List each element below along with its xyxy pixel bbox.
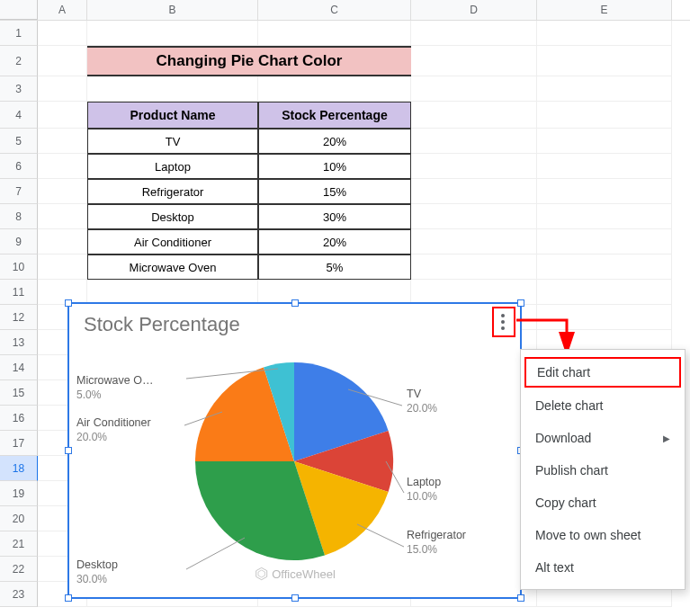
row-header[interactable]: 11	[0, 280, 38, 305]
row-header[interactable]: 14	[0, 355, 38, 380]
cell[interactable]	[38, 179, 87, 204]
table-cell[interactable]: 20%	[258, 129, 411, 154]
col-header-b[interactable]: B	[87, 0, 258, 20]
row-header[interactable]: 18	[0, 456, 38, 481]
menu-copy-chart[interactable]: Copy chart	[521, 487, 685, 519]
table-cell[interactable]: Laptop	[87, 154, 258, 179]
cell[interactable]	[38, 280, 87, 305]
corner-cell[interactable]	[0, 0, 38, 20]
cell[interactable]	[38, 154, 87, 179]
row-header[interactable]: 3	[0, 76, 38, 102]
cell[interactable]	[411, 204, 537, 229]
cell[interactable]	[537, 46, 672, 76]
cell[interactable]	[537, 305, 672, 330]
cell[interactable]	[38, 46, 87, 76]
cell[interactable]	[38, 76, 87, 102]
cell[interactable]	[411, 46, 537, 76]
cell[interactable]	[537, 21, 672, 46]
cell[interactable]	[537, 76, 672, 102]
cell[interactable]	[411, 179, 537, 204]
row-header[interactable]: 1	[0, 21, 38, 46]
cell[interactable]	[537, 154, 672, 179]
slice-label-microwave: Microwave O…5.0%	[76, 374, 153, 402]
resize-handle[interactable]	[517, 299, 524, 307]
resize-handle[interactable]	[291, 299, 299, 307]
row-header[interactable]: 19	[0, 481, 38, 506]
cell[interactable]	[537, 179, 672, 204]
col-header-e[interactable]: E	[537, 0, 672, 20]
chart-options-button[interactable]	[493, 308, 513, 335]
cell[interactable]	[258, 280, 411, 305]
table-cell[interactable]: Microwave Oven	[87, 254, 258, 280]
row-header[interactable]: 16	[0, 406, 38, 431]
cell[interactable]	[537, 129, 672, 154]
table-cell[interactable]: Air Conditioner	[87, 229, 258, 254]
resize-handle[interactable]	[65, 594, 72, 602]
cell[interactable]	[258, 21, 411, 46]
menu-download[interactable]: Download ▶	[521, 422, 685, 454]
col-header-d[interactable]: D	[411, 0, 537, 20]
table-cell[interactable]: 10%	[258, 154, 411, 179]
menu-delete-chart[interactable]: Delete chart	[521, 389, 685, 422]
table-header-stock[interactable]: Stock Percentage	[258, 102, 411, 129]
menu-alt-text[interactable]: Alt text	[521, 551, 685, 584]
cell[interactable]	[87, 76, 258, 102]
row-header[interactable]: 17	[0, 431, 38, 456]
col-header-a[interactable]: A	[38, 0, 87, 20]
table-cell[interactable]: 20%	[258, 229, 411, 254]
cell[interactable]	[38, 229, 87, 254]
cell[interactable]	[537, 280, 672, 305]
menu-move-sheet[interactable]: Move to own sheet	[521, 519, 685, 551]
row-header[interactable]: 13	[0, 330, 38, 355]
table-cell[interactable]: TV	[87, 129, 258, 154]
cell[interactable]	[537, 102, 672, 129]
table-header-product[interactable]: Product Name	[87, 102, 258, 129]
title-cell[interactable]: Changing Pie Chart Color	[87, 46, 411, 76]
menu-publish-chart[interactable]: Publish chart	[521, 454, 685, 487]
resize-handle[interactable]	[65, 299, 72, 307]
cell[interactable]	[411, 254, 537, 280]
col-header-c[interactable]: C	[258, 0, 411, 20]
cell[interactable]	[38, 254, 87, 280]
table-cell[interactable]: 15%	[258, 179, 411, 204]
table-cell[interactable]: Refrigerator	[87, 179, 258, 204]
cell[interactable]	[38, 129, 87, 154]
row-header[interactable]: 2	[0, 46, 38, 76]
cell[interactable]	[38, 102, 87, 129]
cell[interactable]	[38, 21, 87, 46]
cell[interactable]	[411, 229, 537, 254]
row-header[interactable]: 9	[0, 229, 38, 254]
cell[interactable]	[38, 204, 87, 229]
cell[interactable]	[537, 254, 672, 280]
row-header[interactable]: 10	[0, 254, 38, 280]
cell[interactable]	[411, 129, 537, 154]
row-header[interactable]: 20	[0, 506, 38, 531]
row-header[interactable]: 12	[0, 305, 38, 330]
row-header[interactable]: 7	[0, 179, 38, 204]
chart-context-menu: Edit chart Delete chart Download ▶ Publi…	[520, 349, 686, 590]
cell[interactable]	[411, 21, 537, 46]
table-cell[interactable]: 30%	[258, 204, 411, 229]
cell[interactable]	[411, 76, 537, 102]
row-header[interactable]: 21	[0, 531, 38, 557]
table-cell[interactable]: Desktop	[87, 204, 258, 229]
cell[interactable]	[411, 154, 537, 179]
resize-handle[interactable]	[517, 594, 524, 602]
menu-edit-chart[interactable]: Edit chart	[524, 357, 681, 388]
row-header[interactable]: 4	[0, 102, 38, 129]
cell[interactable]	[537, 229, 672, 254]
table-cell[interactable]: 5%	[258, 254, 411, 280]
row-header[interactable]: 6	[0, 154, 38, 179]
cell[interactable]	[87, 21, 258, 46]
cell[interactable]	[258, 76, 411, 102]
row-header[interactable]: 15	[0, 380, 38, 406]
row-header[interactable]: 8	[0, 204, 38, 229]
row-header[interactable]: 5	[0, 129, 38, 154]
resize-handle[interactable]	[291, 594, 299, 602]
row-header[interactable]: 23	[0, 582, 38, 607]
cell[interactable]	[87, 280, 258, 305]
row-header[interactable]: 22	[0, 557, 38, 582]
embedded-chart[interactable]: Stock Percentage	[67, 302, 522, 599]
cell[interactable]	[411, 102, 537, 129]
cell[interactable]	[537, 204, 672, 229]
